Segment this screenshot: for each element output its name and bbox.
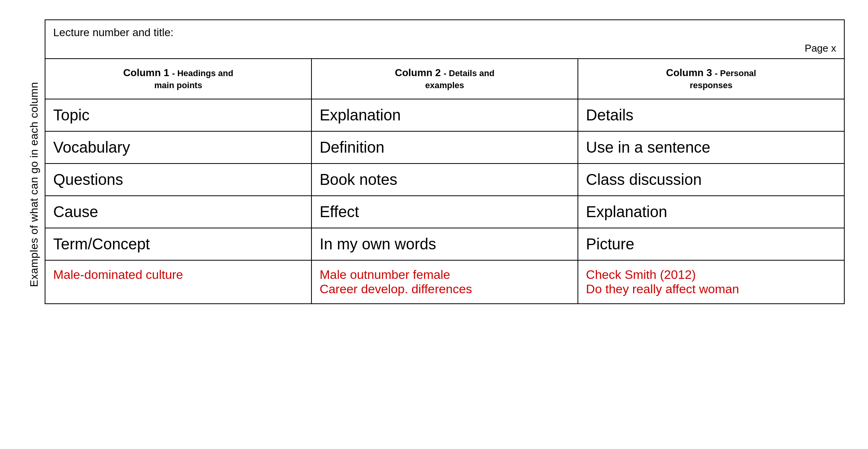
- table-row: Topic Explanation Details: [45, 99, 844, 131]
- table-row: Questions Book notes Class discussion: [45, 164, 844, 196]
- page-number: Page x: [805, 42, 836, 54]
- row1-col1: Topic: [45, 99, 311, 131]
- col3-header: Column 3 - Personalresponses: [578, 59, 844, 99]
- layout-wrapper: Examples of what can go in each column L…: [23, 19, 845, 350]
- bottom-col3-line2: Do they really affect woman: [586, 282, 739, 296]
- row3-col2: Book notes: [311, 164, 578, 196]
- bottom-col2: Male outnumber female Career develop. di…: [311, 260, 578, 304]
- row5-col3: Picture: [578, 228, 844, 260]
- row2-col2: Definition: [311, 131, 578, 164]
- side-label-container: Examples of what can go in each column: [23, 19, 45, 350]
- bottom-col2-line1: Male outnumber female: [320, 268, 450, 282]
- row5-col2: In my own words: [311, 228, 578, 260]
- row4-col2: Effect: [311, 196, 578, 228]
- example-row: Male-dominated culture Male outnumber fe…: [45, 260, 844, 304]
- row2-col3: Use in a sentence: [578, 131, 844, 164]
- bottom-col2-line2: Career develop. differences: [320, 282, 472, 296]
- bottom-col3-line1: Check Smith (2012): [586, 268, 696, 282]
- page-container: Examples of what can go in each column L…: [8, 8, 860, 449]
- side-label: Examples of what can go in each column: [28, 82, 40, 287]
- lecture-title: Lecture number and title:: [53, 26, 174, 38]
- main-content: Lecture number and title: Page x Column …: [45, 19, 845, 350]
- header-section: Lecture number and title: Page x: [45, 19, 845, 58]
- table-row: Vocabulary Definition Use in a sentence: [45, 131, 844, 164]
- row3-col1: Questions: [45, 164, 311, 196]
- row4-col3: Explanation: [578, 196, 844, 228]
- row1-col3: Details: [578, 99, 844, 131]
- table-row: Cause Effect Explanation: [45, 196, 844, 228]
- cornell-table: Column 1 - Headings andmain points Colum…: [45, 58, 845, 304]
- row5-col1: Term/Concept: [45, 228, 311, 260]
- row2-col1: Vocabulary: [45, 131, 311, 164]
- column-header-row: Column 1 - Headings andmain points Colum…: [45, 59, 844, 99]
- row4-col1: Cause: [45, 196, 311, 228]
- col2-header: Column 2 - Details andexamples: [311, 59, 578, 99]
- table-row: Term/Concept In my own words Picture: [45, 228, 844, 260]
- row1-col2: Explanation: [311, 99, 578, 131]
- col1-header: Column 1 - Headings andmain points: [45, 59, 311, 99]
- bottom-col3: Check Smith (2012) Do they really affect…: [578, 260, 844, 304]
- bottom-col1: Male-dominated culture: [45, 260, 311, 304]
- row3-col3: Class discussion: [578, 164, 844, 196]
